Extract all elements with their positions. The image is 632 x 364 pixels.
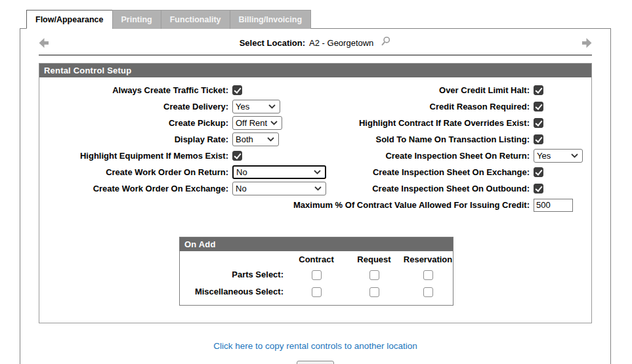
column-header-request: Request bbox=[345, 253, 403, 266]
column-header-reservation: Reservation bbox=[403, 253, 453, 266]
select-value: Yes bbox=[537, 151, 551, 161]
select-value: No bbox=[236, 167, 247, 177]
on-add-title: On Add bbox=[180, 237, 453, 251]
field-label: Miscellaneous Select: bbox=[180, 283, 287, 300]
search-icon[interactable] bbox=[380, 36, 391, 49]
chevron-down-icon bbox=[314, 186, 322, 191]
highlight-contract-rate-overrides-checkbox[interactable] bbox=[534, 118, 543, 128]
miscellaneous-select-reservation-checkbox[interactable] bbox=[423, 287, 433, 297]
field-label: Sold To Name On Transaction Listing: bbox=[329, 131, 534, 148]
max-credit-input[interactable] bbox=[534, 199, 573, 212]
field-label: Always Create Traffic Ticket: bbox=[39, 82, 232, 98]
save-row: Save bbox=[20, 361, 610, 364]
field-label: Create Inspection Sheet On Exchange: bbox=[329, 164, 534, 180]
highlight-equipment-memos-checkbox[interactable] bbox=[232, 151, 242, 161]
work-order-exchange-select[interactable]: No bbox=[232, 182, 326, 195]
tab-functionality[interactable]: Functionality bbox=[161, 10, 230, 29]
select-value: Both bbox=[236, 134, 253, 144]
field-label: Credit Reason Required: bbox=[329, 98, 534, 115]
field-label: Create Inspection Sheet On Outbound: bbox=[329, 180, 534, 197]
location-bar: Select Location: A2 - Georgetown bbox=[20, 29, 610, 49]
rental-control-setup-section: Rental Control Setup Always Create Traff… bbox=[39, 63, 592, 323]
field-label: Create Pickup: bbox=[39, 115, 232, 131]
field-label: Over Credit Limit Halt: bbox=[329, 82, 534, 98]
display-rate-select[interactable]: Both bbox=[232, 132, 279, 146]
create-delivery-select[interactable]: Yes bbox=[232, 100, 280, 113]
copy-controls-link-row: Click here to copy rental controls to an… bbox=[20, 341, 610, 351]
parts-select-contract-checkbox[interactable] bbox=[312, 270, 322, 280]
always-create-traffic-ticket-checkbox[interactable] bbox=[232, 85, 242, 95]
credit-reason-required-checkbox[interactable] bbox=[534, 102, 543, 111]
select-value: Off Rent bbox=[236, 118, 267, 128]
on-add-grid: Contract Request Reservation Parts Selec… bbox=[180, 251, 453, 305]
location-selector: Select Location: A2 - Georgetown bbox=[52, 36, 579, 49]
inspection-sheet-exchange-checkbox[interactable] bbox=[534, 167, 543, 177]
max-credit-row: Maximum % Of Contract Value Allowed For … bbox=[39, 197, 591, 213]
miscellaneous-select-contract-checkbox[interactable] bbox=[312, 287, 322, 297]
miscellaneous-select-request-checkbox[interactable] bbox=[369, 287, 379, 297]
field-label: Create Inspection Sheet On Return: bbox=[329, 148, 534, 164]
parts-select-request-checkbox[interactable] bbox=[369, 270, 379, 280]
previous-location-arrow-icon[interactable] bbox=[39, 38, 52, 48]
chevron-down-icon bbox=[270, 121, 278, 125]
tab-flow-appearance[interactable]: Flow/Appearance bbox=[26, 10, 113, 29]
select-value: No bbox=[236, 184, 247, 193]
chevron-down-icon bbox=[268, 104, 276, 109]
spacer bbox=[180, 253, 287, 266]
work-order-return-select[interactable]: No bbox=[232, 165, 326, 179]
tab-bar: Flow/Appearance Printing Functionality B… bbox=[26, 10, 632, 29]
section-title: Rental Control Setup bbox=[39, 64, 591, 77]
field-label: Maximum % Of Contract Value Allowed For … bbox=[39, 200, 534, 210]
field-label: Create Delivery: bbox=[39, 98, 232, 115]
settings-grid: Always Create Traffic Ticket: Over Credi… bbox=[39, 82, 591, 197]
select-location-label: Select Location: bbox=[240, 38, 305, 48]
select-value: Yes bbox=[236, 102, 249, 111]
content-panel: Select Location: A2 - Georgetown Rental … bbox=[20, 28, 611, 364]
chevron-down-icon bbox=[571, 153, 578, 158]
field-label: Create Work Order On Return: bbox=[39, 164, 232, 180]
inspection-sheet-outbound-checkbox[interactable] bbox=[534, 184, 543, 193]
inspection-sheet-return-select[interactable]: Yes bbox=[534, 149, 583, 163]
location-value: A2 - Georgetown bbox=[309, 38, 373, 48]
create-pickup-select[interactable]: Off Rent bbox=[232, 116, 282, 130]
parts-select-reservation-checkbox[interactable] bbox=[423, 270, 433, 280]
over-credit-limit-halt-checkbox[interactable] bbox=[534, 85, 543, 95]
field-label: Create Work Order On Exchange: bbox=[39, 180, 232, 197]
header-divider bbox=[39, 54, 592, 56]
field-label: Highlight Equipment If Memos Exist: bbox=[39, 148, 232, 164]
chevron-down-icon bbox=[314, 170, 321, 174]
field-label: Display Rate: bbox=[39, 131, 232, 148]
field-label: Parts Select: bbox=[180, 266, 287, 283]
next-location-arrow-icon[interactable] bbox=[579, 38, 592, 48]
sold-to-name-transaction-listing-checkbox[interactable] bbox=[534, 134, 543, 144]
chevron-down-icon bbox=[267, 137, 274, 142]
save-button[interactable]: Save bbox=[297, 361, 335, 364]
on-add-section: On Add Contract Request Reservation Part… bbox=[179, 237, 453, 306]
tab-printing[interactable]: Printing bbox=[112, 10, 161, 29]
field-label: Highlight Contract If Rate Overrides Exi… bbox=[329, 115, 534, 131]
page: Flow/Appearance Printing Functionality B… bbox=[0, 0, 632, 364]
copy-rental-controls-link[interactable]: Click here to copy rental controls to an… bbox=[213, 341, 417, 351]
column-header-contract: Contract bbox=[287, 253, 345, 266]
tab-billing-invoicing[interactable]: Billing/Invoicing bbox=[230, 10, 312, 29]
